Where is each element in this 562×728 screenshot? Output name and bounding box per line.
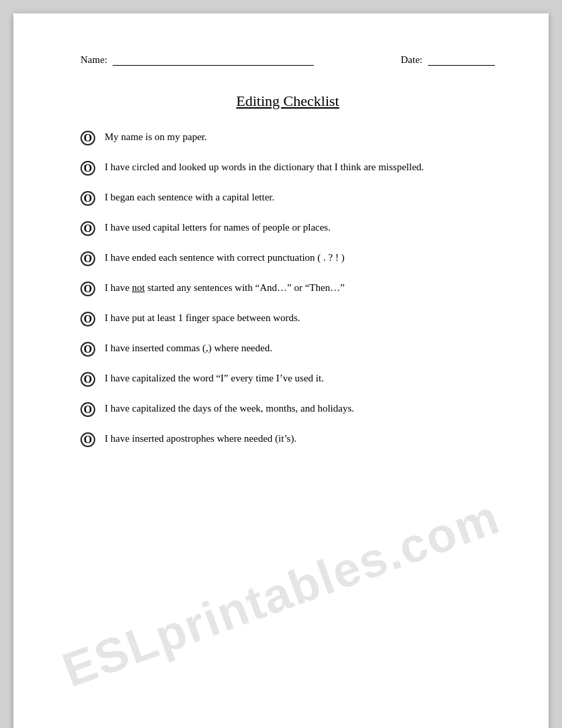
underline-not: not — [132, 282, 145, 293]
checkbox-circle[interactable]: O — [80, 191, 95, 206]
page-title: Editing Checklist — [80, 93, 495, 110]
item-text: I have inserted commas (,) where needed. — [105, 341, 495, 355]
checkbox-circle[interactable]: O — [80, 161, 95, 176]
list-item: O I have inserted apostrophes where need… — [80, 432, 495, 447]
header-row: Name: Date: — [80, 54, 495, 66]
watermark: ESLprintables.com — [56, 489, 507, 698]
checklist: O My name is on my paper. O I have circl… — [80, 130, 495, 447]
item-text: I have capitalized the word “I” every ti… — [105, 371, 495, 385]
list-item: O I have circled and looked up words in … — [80, 160, 495, 176]
list-item: O I have put at least 1 finger space bet… — [80, 311, 495, 326]
checkbox-circle[interactable]: O — [80, 312, 95, 326]
name-label: Name: — [80, 54, 107, 66]
checkbox-circle[interactable]: O — [80, 372, 95, 387]
date-field: Date: — [401, 54, 495, 66]
item-text: My name is on my paper. — [105, 130, 495, 144]
item-text: I have capitalized the days of the week,… — [105, 402, 495, 416]
name-field: Name: — [80, 54, 314, 66]
list-item: O I have capitalized the days of the wee… — [80, 402, 495, 417]
date-line — [428, 54, 495, 66]
date-label: Date: — [401, 54, 423, 66]
item-text: I have inserted apostrophes where needed… — [105, 432, 495, 446]
list-item: O I began each sentence with a capital l… — [80, 190, 495, 206]
checkbox-circle[interactable]: O — [80, 432, 95, 447]
checkbox-circle[interactable]: O — [80, 131, 95, 145]
item-text: I have used capital letters for names of… — [105, 221, 495, 235]
list-item: O I have inserted commas (,) where neede… — [80, 341, 495, 357]
list-item: O I have ended each sentence with correc… — [80, 251, 495, 266]
name-line — [113, 54, 314, 66]
list-item: O My name is on my paper. — [80, 130, 495, 145]
item-text: I have put at least 1 finger space betwe… — [105, 311, 495, 325]
checkbox-circle[interactable]: O — [80, 221, 95, 236]
checkbox-circle[interactable]: O — [80, 342, 95, 357]
list-item: O I have capitalized the word “I” every … — [80, 371, 495, 387]
checkbox-circle[interactable]: O — [80, 282, 95, 296]
item-text: I began each sentence with a capital let… — [105, 190, 495, 204]
item-text: I have ended each sentence with correct … — [105, 251, 495, 265]
list-item: O I have used capital letters for names … — [80, 221, 495, 236]
item-text: I have not started any sentences with “A… — [105, 281, 495, 295]
list-item: O I have not started any sentences with … — [80, 281, 495, 296]
item-text: I have circled and looked up words in th… — [105, 160, 495, 174]
page: Name: Date: Editing Checklist O My name … — [13, 13, 549, 728]
checkbox-circle[interactable]: O — [80, 251, 95, 266]
checkbox-circle[interactable]: O — [80, 402, 95, 417]
